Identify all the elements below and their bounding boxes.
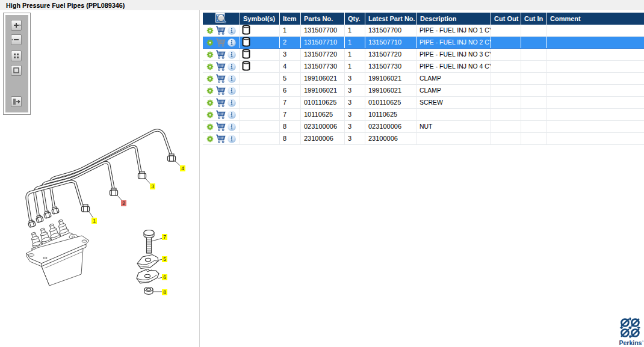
svg-text:2: 2 xyxy=(122,200,125,206)
svg-text:1: 1 xyxy=(93,218,96,224)
svg-text:7: 7 xyxy=(163,234,166,240)
svg-text:5: 5 xyxy=(163,256,166,262)
svg-text:4: 4 xyxy=(181,165,184,171)
svg-text:®: ® xyxy=(642,340,644,343)
svg-text:6: 6 xyxy=(163,274,166,280)
svg-text:8: 8 xyxy=(163,289,166,295)
svg-text:Perkins: Perkins xyxy=(619,339,642,346)
svg-text:3: 3 xyxy=(151,183,154,189)
